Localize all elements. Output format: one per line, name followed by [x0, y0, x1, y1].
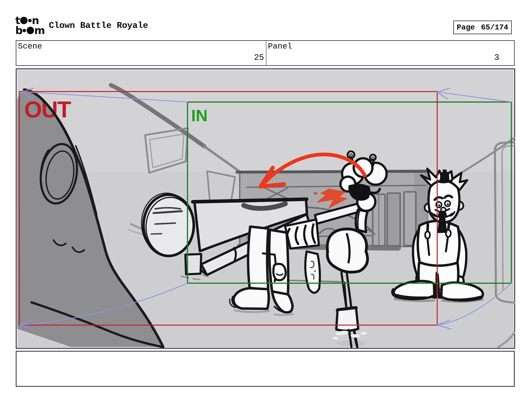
panel-sketch: OUT: [16, 68, 515, 349]
panel-value: 3: [494, 53, 499, 62]
logo-letter: n: [32, 16, 39, 26]
storyboard-panel-image: OUT: [16, 68, 515, 349]
camera-in-label: IN: [191, 106, 208, 125]
logo-row-1: t n: [15, 16, 45, 26]
glove: [273, 264, 286, 280]
logo-letter: m: [34, 26, 45, 36]
scene-panel-row: Scene 25 Panel 3: [16, 40, 515, 66]
hat-bell: [370, 155, 376, 160]
scene-value: 25: [254, 53, 264, 62]
panel-label: Panel: [268, 42, 292, 51]
glove: [305, 252, 320, 293]
scene-cell: Scene 25: [16, 41, 266, 65]
page-label: Page: [457, 23, 475, 32]
hat-bell: [348, 151, 354, 158]
project-title: Clown Battle Royale: [49, 21, 148, 30]
camera-out-label: OUT: [24, 97, 71, 122]
top-hat: [440, 172, 449, 181]
logo-dot-icon: [20, 17, 28, 24]
storyboard-page: t n b m Clown Battle Royale Page 65/174 …: [0, 0, 532, 411]
panel-cell: Panel 3: [266, 41, 514, 65]
logo-letter: t: [15, 16, 20, 26]
toonboom-logo: t n b m: [15, 16, 45, 36]
logo-row-2: b m: [15, 26, 45, 36]
boot: [234, 288, 269, 309]
logo-letter: b: [15, 26, 22, 36]
logo-dot-icon: [27, 27, 34, 34]
caption-box: [16, 351, 515, 387]
logo-dot-icon: [28, 19, 32, 22]
buckle: [425, 232, 430, 239]
pendant: [438, 211, 447, 219]
page-number-box: Page 65/174: [453, 21, 512, 34]
page-value: 65/174: [481, 23, 508, 32]
logo-dot-icon: [23, 29, 26, 32]
upper-wall: [17, 70, 514, 172]
scene-label: Scene: [18, 42, 42, 51]
